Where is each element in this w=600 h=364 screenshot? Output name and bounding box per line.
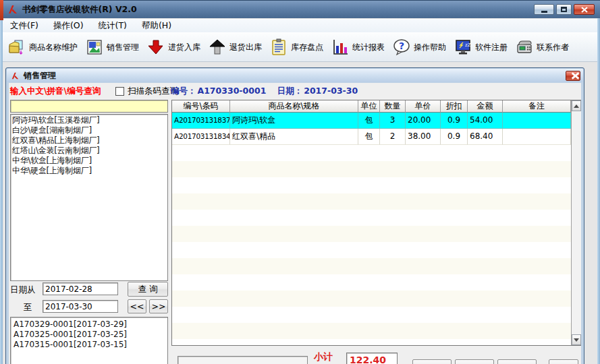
footer-button-1[interactable] bbox=[412, 359, 452, 364]
product-list[interactable]: 阿诗玛\软盒[玉溪卷烟厂] 白沙\硬盒[湖南制烟厂] 红双喜\精品[上海制烟厂]… bbox=[10, 114, 168, 281]
cell-unit[interactable]: 包 bbox=[358, 113, 380, 129]
toolbar-contact-author[interactable]: 联系作者 bbox=[516, 38, 569, 56]
cell-unit[interactable]: 包 bbox=[358, 129, 380, 145]
date-from-input[interactable] bbox=[43, 282, 118, 295]
toolbar: 商品名称维护 销售管理 进货入库 退货出库 bbox=[3, 32, 597, 62]
list-item[interactable]: 中华\软盒[上海制烟厂] bbox=[12, 156, 167, 166]
query-button[interactable]: 查 询 bbox=[128, 282, 168, 297]
toolbar-label: 库存盘点 bbox=[291, 42, 323, 53]
sales-picture-icon bbox=[86, 38, 103, 56]
list-item[interactable]: 红塔山\金装[云南制烟厂] bbox=[12, 146, 167, 156]
cell-qty[interactable]: 2 bbox=[380, 129, 406, 145]
prev-receipt-button[interactable]: << bbox=[128, 299, 146, 313]
table-header: 编号\条码 商品名称\规格 单位 数量 单价 折扣 金额 备注 bbox=[172, 100, 571, 113]
toolbar-help[interactable]: ? 操作帮助 bbox=[393, 38, 446, 56]
sales-window-logo-icon bbox=[11, 72, 20, 80]
toolbar-label: 进货入库 bbox=[168, 42, 200, 53]
cell-note[interactable] bbox=[503, 113, 571, 129]
subtotal-value[interactable]: 122.40 bbox=[346, 353, 398, 364]
cell-code[interactable]: A20170313183742 bbox=[172, 113, 230, 129]
footer-button-2[interactable] bbox=[455, 359, 494, 364]
receipt-date-value: 2017-03-30 bbox=[304, 86, 358, 96]
date-to-input[interactable] bbox=[43, 300, 118, 313]
table-row[interactable]: A20170313183742 阿诗玛\软盒 包 3 20.00 0.9 54.… bbox=[172, 113, 571, 129]
date-from-label: 日期从 bbox=[10, 284, 36, 296]
monitor-icon: zZ bbox=[454, 38, 472, 56]
maximize-button[interactable] bbox=[556, 4, 572, 15]
toolbar-statistics-report[interactable]: 统计报表 bbox=[331, 38, 385, 56]
arrow-up-icon bbox=[574, 104, 579, 108]
col-header-qty: 数量 bbox=[380, 100, 406, 113]
footer-display-box bbox=[178, 356, 308, 364]
next-receipt-button[interactable]: >> bbox=[149, 299, 168, 313]
toolbar-label: 联系作者 bbox=[537, 42, 569, 53]
close-button[interactable] bbox=[574, 4, 595, 15]
cell-discount[interactable]: 0.9 bbox=[441, 113, 468, 129]
subtotal-label: 小计 bbox=[314, 351, 333, 363]
cell-amount[interactable]: 68.40 bbox=[468, 129, 503, 145]
edge-accent bbox=[0, 0, 3, 20]
list-item[interactable]: 红双喜\精品[上海制烟厂] bbox=[12, 135, 167, 146]
list-item[interactable]: 中华\硬盒[上海制烟厂] bbox=[12, 166, 167, 176]
cell-code[interactable]: A20170313183432 bbox=[172, 129, 230, 145]
table-scrollbar[interactable] bbox=[571, 100, 581, 345]
sales-window: 销售管理 输入中文\拼音\编号查询 扫描条码查询 编号：A170330-0001… bbox=[5, 67, 584, 364]
window-title: 书剑零售店收银软件(R) V2.0 bbox=[22, 4, 137, 16]
sales-window-title: 销售管理 bbox=[24, 70, 56, 82]
toolbar-inventory-check[interactable]: 库存盘点 bbox=[270, 38, 323, 56]
minimize-button[interactable] bbox=[534, 4, 554, 15]
list-item[interactable]: A170325-0001[2017-03-25] bbox=[13, 330, 167, 340]
toolbar-label: 退货出库 bbox=[229, 42, 262, 53]
bar-chart-icon bbox=[331, 38, 349, 56]
list-item[interactable]: A170329-0001[2017-03-29] bbox=[13, 320, 167, 330]
menu-help[interactable]: 帮助(H) bbox=[134, 19, 179, 33]
sales-table: 编号\条码 商品名称\规格 单位 数量 单价 折扣 金额 备注 A2017031… bbox=[171, 100, 581, 346]
col-header-note: 备注 bbox=[503, 100, 571, 113]
col-header-unit: 单位 bbox=[358, 100, 380, 113]
cell-discount[interactable]: 0.9 bbox=[441, 129, 468, 145]
cell-price[interactable]: 38.00 bbox=[406, 129, 441, 145]
main-titlebar[interactable]: 书剑零售店收银软件(R) V2.0 bbox=[0, 0, 600, 18]
cell-price[interactable]: 20.00 bbox=[406, 113, 441, 129]
fax-phone-icon bbox=[516, 38, 533, 56]
sales-window-titlebar[interactable]: 销售管理 bbox=[7, 69, 583, 82]
list-item[interactable]: 阿诗玛\软盒[玉溪卷烟厂] bbox=[12, 115, 167, 125]
close-icon bbox=[571, 72, 580, 80]
toolbar-purchase-in[interactable]: 进货入库 bbox=[147, 38, 200, 56]
application-window: 书剑零售店收银软件(R) V2.0 文件(F) 操作(O) 统计(T) 帮助(H… bbox=[0, 0, 600, 364]
toolbar-software-register[interactable]: zZ 软件注册 bbox=[454, 38, 508, 56]
sales-window-close-button[interactable] bbox=[566, 71, 580, 81]
cell-name[interactable]: 阿诗玛\软盒 bbox=[230, 113, 358, 129]
cell-note[interactable] bbox=[503, 129, 571, 145]
sales-window-client: 输入中文\拼音\编号查询 扫描条码查询 编号：A170330-0001 日期：2… bbox=[9, 83, 581, 364]
list-item[interactable]: 白沙\硬盒[湖南制烟厂] bbox=[12, 125, 167, 135]
cell-amount[interactable]: 54.00 bbox=[468, 113, 503, 129]
receipt-list[interactable]: A170329-0001[2017-03-29] A170325-0001[20… bbox=[10, 317, 168, 364]
svg-text:?: ? bbox=[399, 40, 404, 51]
question-icon: ? bbox=[393, 38, 410, 56]
window-left-border bbox=[0, 18, 3, 364]
toolbar-sales-management[interactable]: 销售管理 bbox=[86, 38, 139, 56]
menu-operate[interactable]: 操作(O) bbox=[46, 19, 91, 33]
footer-button-4[interactable] bbox=[549, 359, 578, 364]
col-header-discount: 折扣 bbox=[441, 100, 468, 113]
scan-barcode-checkbox[interactable] bbox=[115, 87, 124, 96]
footer-button-3[interactable] bbox=[497, 359, 537, 364]
scroll-down-button[interactable] bbox=[572, 334, 581, 345]
product-search-input[interactable] bbox=[10, 100, 168, 113]
date-to-label: 至 bbox=[24, 302, 32, 313]
toolbar-label: 统计报表 bbox=[352, 42, 385, 53]
cell-qty[interactable]: 3 bbox=[380, 113, 406, 129]
table-row[interactable]: A20170313183432 红双喜\精品 包 2 38.00 0.9 68.… bbox=[172, 129, 571, 145]
menu-file[interactable]: 文件(F) bbox=[3, 19, 46, 33]
menu-stats[interactable]: 统计(T) bbox=[91, 19, 134, 33]
col-header-name: 商品名称\规格 bbox=[230, 100, 358, 113]
toolbar-return-out[interactable]: 退货出库 bbox=[209, 38, 262, 56]
scroll-up-button[interactable] bbox=[572, 100, 581, 111]
list-item[interactable]: A170315-0001[2017-03-15] bbox=[13, 340, 167, 350]
clipboard-icon bbox=[270, 38, 288, 56]
cell-name[interactable]: 红双喜\精品 bbox=[230, 129, 358, 145]
col-header-amount: 金额 bbox=[468, 100, 503, 113]
toolbar-product-maintenance[interactable]: 商品名称维护 bbox=[8, 38, 78, 56]
receipt-date-label: 日期： bbox=[277, 86, 303, 96]
